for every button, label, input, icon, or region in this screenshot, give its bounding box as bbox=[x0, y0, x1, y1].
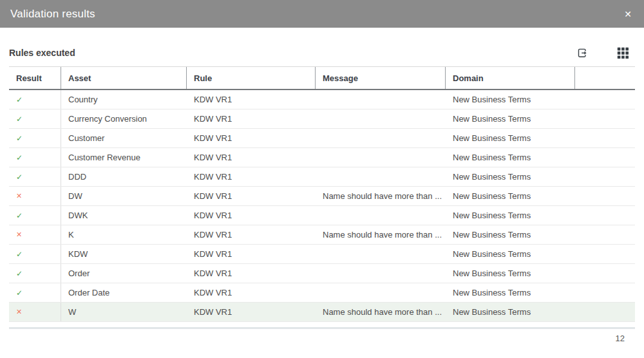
message-cell bbox=[316, 90, 446, 109]
table-row[interactable]: ✓Order DateKDW VR1New Business Terms bbox=[9, 283, 635, 303]
column-header-asset[interactable]: Asset bbox=[61, 67, 187, 89]
message-cell: Name should have more than ... bbox=[316, 187, 446, 205]
domain-cell: New Business Terms bbox=[446, 148, 575, 167]
domain-cell: New Business Terms bbox=[446, 225, 575, 244]
rule-cell: KDW VR1 bbox=[187, 303, 316, 321]
domain-cell: New Business Terms bbox=[446, 167, 575, 186]
domain-cell: New Business Terms bbox=[446, 264, 575, 283]
pass-check-icon: ✓ bbox=[16, 288, 23, 297]
message-cell bbox=[316, 167, 446, 186]
fail-x-icon: ✕ bbox=[16, 192, 22, 200]
rule-cell: KDW VR1 bbox=[187, 283, 316, 302]
empty-cell bbox=[575, 283, 635, 302]
message-cell bbox=[316, 206, 446, 225]
asset-cell: Order bbox=[61, 264, 187, 283]
table-row[interactable]: ✓DDDKDW VR1New Business Terms bbox=[9, 167, 635, 187]
asset-cell: Currency Conversion bbox=[61, 109, 187, 128]
domain-cell: New Business Terms bbox=[446, 129, 575, 147]
message-cell bbox=[316, 264, 446, 283]
rule-cell: KDW VR1 bbox=[187, 264, 316, 283]
table-row[interactable]: ✓OrderKDW VR1New Business Terms bbox=[9, 264, 635, 283]
asset-cell: Customer bbox=[61, 129, 187, 147]
pass-check-icon: ✓ bbox=[16, 95, 23, 104]
column-header-extra bbox=[575, 67, 635, 89]
table-row[interactable]: ✓KDWKDW VR1New Business Terms bbox=[9, 245, 635, 264]
result-cell: ✓ bbox=[9, 90, 61, 109]
asset-cell: DW bbox=[61, 187, 187, 205]
fail-x-icon: ✕ bbox=[16, 308, 22, 316]
table-row[interactable]: ✕KKDW VR1Name should have more than ...N… bbox=[9, 225, 635, 245]
empty-cell bbox=[575, 303, 635, 321]
section-heading: Rules executed bbox=[9, 48, 75, 58]
column-header-domain[interactable]: Domain bbox=[446, 67, 575, 89]
grid-icon bbox=[617, 52, 629, 61]
message-cell bbox=[316, 148, 446, 167]
table-row[interactable]: ✓Customer RevenueKDW VR1New Business Ter… bbox=[9, 148, 635, 167]
message-cell bbox=[316, 245, 446, 263]
pass-check-icon: ✓ bbox=[16, 134, 23, 143]
fail-x-icon: ✕ bbox=[16, 231, 22, 239]
table-row[interactable]: ✕DWKDW VR1Name should have more than ...… bbox=[9, 187, 635, 206]
rules-table: Result Asset Rule Message Domain ✓Countr… bbox=[9, 66, 635, 322]
validation-results-dialog: Validation results ✕ Rules executed bbox=[0, 0, 644, 343]
rule-cell: KDW VR1 bbox=[187, 90, 316, 109]
column-settings-button[interactable] bbox=[617, 47, 629, 59]
result-cell: ✓ bbox=[9, 109, 61, 128]
asset-cell: DWK bbox=[61, 206, 187, 225]
table-row[interactable]: ✓CountryKDW VR1New Business Terms bbox=[9, 90, 635, 109]
asset-cell: Customer Revenue bbox=[61, 148, 187, 167]
result-cell: ✓ bbox=[9, 148, 61, 167]
empty-cell bbox=[575, 129, 635, 147]
empty-cell bbox=[575, 167, 635, 186]
message-cell: Name should have more than ... bbox=[316, 225, 446, 244]
empty-cell bbox=[575, 206, 635, 225]
domain-cell: New Business Terms bbox=[446, 303, 575, 321]
column-header-result[interactable]: Result bbox=[9, 67, 61, 89]
rule-cell: KDW VR1 bbox=[187, 167, 316, 186]
result-cell: ✓ bbox=[9, 129, 61, 147]
asset-cell: KDW bbox=[61, 245, 187, 263]
column-header-message[interactable]: Message bbox=[316, 67, 446, 89]
result-cell: ✓ bbox=[9, 167, 61, 186]
empty-cell bbox=[575, 225, 635, 244]
empty-cell bbox=[575, 109, 635, 128]
domain-cell: New Business Terms bbox=[446, 283, 575, 302]
domain-cell: New Business Terms bbox=[446, 206, 575, 225]
result-cell: ✓ bbox=[9, 206, 61, 225]
table-row[interactable]: ✓Currency ConversionKDW VR1New Business … bbox=[9, 109, 635, 129]
table-row[interactable]: ✓DWKKDW VR1New Business Terms bbox=[9, 206, 635, 225]
rule-cell: KDW VR1 bbox=[187, 225, 316, 244]
empty-cell bbox=[575, 148, 635, 167]
close-icon[interactable]: ✕ bbox=[622, 8, 634, 20]
table-header: Result Asset Rule Message Domain bbox=[9, 66, 635, 90]
message-cell bbox=[316, 109, 446, 128]
asset-cell: DDD bbox=[61, 167, 187, 186]
export-button[interactable] bbox=[576, 47, 589, 59]
export-icon bbox=[576, 52, 589, 61]
table-row[interactable]: ✕WKDW VR1Name should have more than ...N… bbox=[9, 303, 635, 322]
dialog-title: Validation results bbox=[10, 8, 95, 21]
rule-cell: KDW VR1 bbox=[187, 129, 316, 147]
table-body: ✓CountryKDW VR1New Business Terms✓Curren… bbox=[9, 90, 635, 322]
section-toolbar: Rules executed bbox=[9, 39, 635, 66]
domain-cell: New Business Terms bbox=[446, 90, 575, 109]
table-row[interactable]: ✓CustomerKDW VR1New Business Terms bbox=[9, 129, 635, 148]
empty-cell bbox=[575, 187, 635, 205]
rule-cell: KDW VR1 bbox=[187, 206, 316, 225]
result-cell: ✕ bbox=[9, 225, 61, 244]
rule-cell: KDW VR1 bbox=[187, 187, 316, 205]
asset-cell: W bbox=[61, 303, 187, 321]
column-header-rule[interactable]: Rule bbox=[187, 67, 316, 89]
dialog-titlebar: Validation results ✕ bbox=[0, 0, 644, 28]
domain-cell: New Business Terms bbox=[446, 245, 575, 263]
pass-check-icon: ✓ bbox=[16, 115, 23, 124]
pass-check-icon: ✓ bbox=[16, 153, 23, 162]
message-cell bbox=[316, 283, 446, 302]
empty-cell bbox=[575, 264, 635, 283]
rule-cell: KDW VR1 bbox=[187, 148, 316, 167]
result-cell: ✕ bbox=[9, 303, 61, 321]
toolbar-icons bbox=[576, 47, 629, 59]
result-cell: ✓ bbox=[9, 264, 61, 283]
rule-cell: KDW VR1 bbox=[187, 109, 316, 128]
table-footer-divider bbox=[9, 327, 635, 329]
